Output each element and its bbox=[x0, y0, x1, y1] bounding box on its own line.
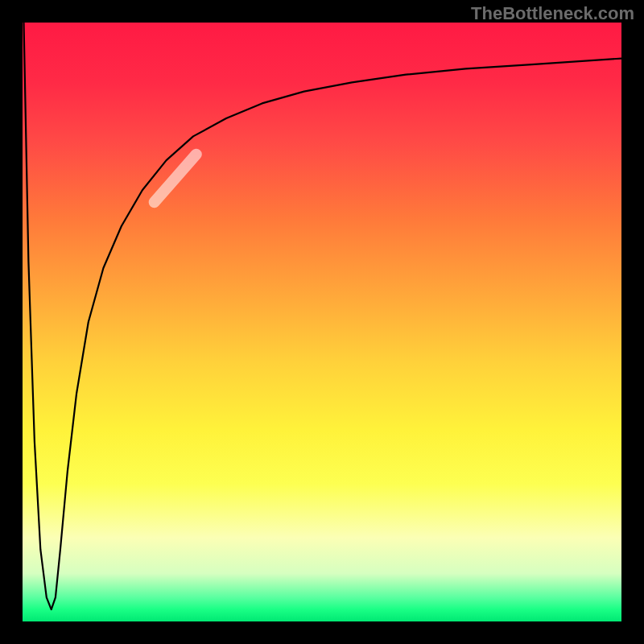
bottleneck-curve bbox=[24, 23, 622, 609]
watermark-text: TheBottleneck.com bbox=[471, 3, 634, 24]
highlight-segment bbox=[155, 155, 196, 203]
chart-frame: TheBottleneck.com bbox=[0, 0, 644, 644]
curve-svg bbox=[23, 23, 621, 621]
plot-area bbox=[23, 23, 621, 621]
